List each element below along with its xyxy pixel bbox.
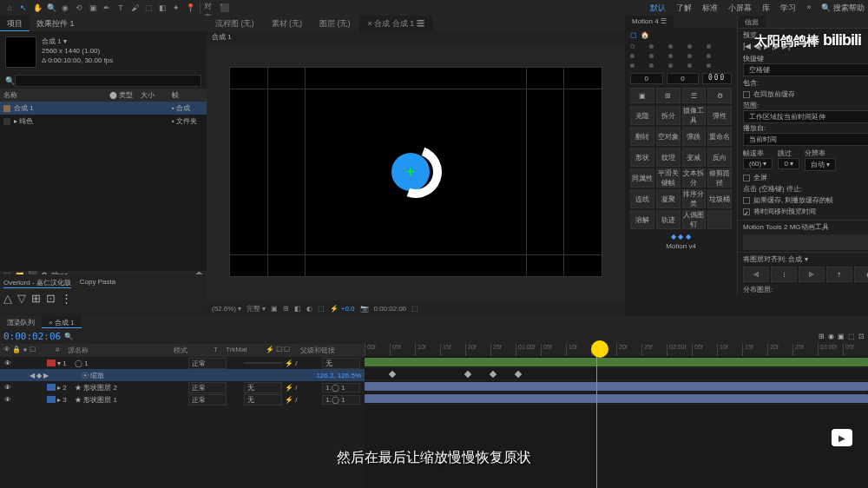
tl-icon-2[interactable]: ◉ <box>828 333 834 340</box>
m4-rename[interactable]: 重命名 <box>707 127 732 146</box>
current-timecode[interactable]: 0:00:02:06 <box>3 331 61 342</box>
workspace-small[interactable]: 小屏幕 <box>728 3 752 14</box>
cb-fullscreen[interactable] <box>743 175 750 181</box>
rotate-tool[interactable]: ⟲ <box>73 2 85 14</box>
m4-camera[interactable]: 摄像工具 <box>682 106 707 125</box>
vp-icon-1[interactable]: ▣ <box>271 305 278 313</box>
tl-icon-1[interactable]: ⊞ <box>819 333 825 340</box>
anchor-grid[interactable] <box>630 44 732 68</box>
tab-render-queue[interactable]: 渲染队列 <box>0 316 42 328</box>
search-icon[interactable]: 🔍 搜索帮助 <box>821 3 865 14</box>
anchor-point-icon[interactable] <box>407 168 414 175</box>
m4-same[interactable]: 同属性 <box>630 168 654 188</box>
tl-icon-3[interactable]: ▣ <box>838 333 845 340</box>
m4-timecode[interactable]: 000 <box>702 73 732 84</box>
vp-icon-2[interactable]: ⊞ <box>283 305 289 313</box>
keyframe[interactable] <box>389 371 396 378</box>
brush-tool[interactable]: 🖌 <box>128 2 141 14</box>
m4-reverse[interactable]: 反向 <box>707 148 732 167</box>
time-ruler[interactable]: 00f05f10f15f20f25f01:00f05f10f15f20f25f0… <box>365 344 868 356</box>
workspace-learn[interactable]: 了解 <box>676 3 692 14</box>
workspace-lib[interactable]: 库 <box>762 3 770 14</box>
home-icon[interactable]: ⌂ <box>3 2 16 14</box>
m4-cluster[interactable]: 凝聚 <box>656 189 681 208</box>
m4-num-2[interactable]: 0 <box>667 73 700 84</box>
viewport[interactable] <box>207 43 625 300</box>
tab-flowchart[interactable]: 流程图 (无) <box>207 16 263 31</box>
skip-dropdown[interactable]: 0 ▾ <box>778 158 799 169</box>
layer-1[interactable]: 👁 ▾ 1 ◯ 1 正常 ⚡ / 无 <box>0 357 365 369</box>
tab-timeline-comp[interactable]: × 合成 1 <box>42 316 82 328</box>
m4-reduce[interactable]: 变减 <box>682 148 707 167</box>
ol-icon-1[interactable]: △ <box>3 292 12 305</box>
m4-btn-d[interactable]: ⚙ <box>707 88 732 103</box>
workspace-more[interactable]: » <box>806 3 811 14</box>
m4-shape[interactable]: 形状 <box>630 148 654 167</box>
tab-footage[interactable]: 素材 (无) <box>263 16 312 31</box>
comp-nav[interactable]: 合成 1 <box>207 31 625 43</box>
pen-tool[interactable]: ✒ <box>101 2 113 14</box>
m4-elastic[interactable]: 弹性 <box>707 106 732 125</box>
vp-icon-4[interactable]: ◐ <box>306 305 312 313</box>
tl-icon-5[interactable]: ⊡ <box>858 333 865 340</box>
m4-null[interactable]: 空对象 <box>656 127 681 146</box>
m4-home-icon[interactable]: 🏠 <box>641 31 649 39</box>
clone-tool[interactable]: ⬚ <box>142 2 155 14</box>
keyframe[interactable] <box>515 371 522 378</box>
puppet-tool[interactable]: 📍 <box>184 2 196 14</box>
quality-dropdown[interactable]: 完整 ▾ <box>247 304 266 313</box>
m4-trim[interactable]: 修剪路径 <box>707 168 732 188</box>
align-c[interactable]: ⫶ <box>771 267 797 282</box>
m4-num-1[interactable]: 0 <box>630 73 663 84</box>
tl-icon-4[interactable]: ⬚ <box>848 333 855 340</box>
m4-smooth[interactable]: 平滑关键帧 <box>656 168 681 188</box>
m4-dissolve[interactable]: 溶解 <box>630 210 654 229</box>
fill-icon[interactable]: ⬛ <box>218 2 230 14</box>
align-r[interactable]: ⫸ <box>799 267 825 282</box>
vp-icon-3[interactable]: ◧ <box>294 305 301 313</box>
tl-search-icon[interactable]: 🔍 <box>64 333 73 340</box>
shape-layer[interactable] <box>390 146 442 198</box>
tab-overlord[interactable]: Overlord - 嘉仁汉化版 <box>3 278 71 288</box>
m4-empty[interactable] <box>707 210 732 229</box>
fps-dropdown[interactable]: (60) ▾ <box>743 158 773 169</box>
m4-textsplit[interactable]: 文本拆分 <box>682 168 707 188</box>
m4-btn-c[interactable]: ☰ <box>682 88 707 103</box>
m4-sort[interactable]: 排序分类 <box>682 189 707 208</box>
project-search-input[interactable] <box>15 75 201 87</box>
workspace-default[interactable]: 默认 <box>650 3 666 14</box>
keyframe[interactable] <box>464 371 471 378</box>
tab-composition[interactable]: × 合成 合成 1 ☰ <box>359 16 433 31</box>
m4-split[interactable]: 拆分 <box>656 106 681 125</box>
eraser-tool[interactable]: ◧ <box>156 2 168 14</box>
res-dropdown[interactable]: 自动 ▾ <box>805 158 836 171</box>
vp-timecode[interactable]: 0:00:02:06 <box>374 305 407 313</box>
cb-move-time[interactable] <box>743 208 750 215</box>
align-label[interactable]: 将图层对齐到: 合成 ▾ <box>743 254 868 264</box>
composition-canvas[interactable] <box>229 67 602 277</box>
exposure-icon[interactable]: ⚡ +0.0 <box>330 305 354 313</box>
m4-texture[interactable]: 纹理 <box>656 148 681 167</box>
m4-flip[interactable]: 翻转 <box>630 127 654 146</box>
marker-yellow[interactable] <box>591 340 608 358</box>
m4-trash[interactable]: 垃圾桶 <box>707 189 732 208</box>
snap-toggle[interactable]: ☐ 对齐 <box>204 2 216 14</box>
align-t[interactable]: ⫯ <box>826 267 852 282</box>
camera-tool[interactable]: ▣ <box>87 2 99 14</box>
hand-tool[interactable]: ✋ <box>31 2 43 14</box>
ol-icon-4[interactable]: ⊡ <box>46 292 56 305</box>
cb-cache[interactable] <box>743 91 750 98</box>
align-l[interactable]: ⫷ <box>743 267 769 282</box>
layer-3[interactable]: 👁 ▸ 3 ★ 形状图层 1 正常 无 ⚡ / 1.◯ 1 <box>0 393 365 406</box>
m4-trail[interactable]: 轨迹 <box>656 210 681 229</box>
m4-mode-icon[interactable]: ▢ <box>630 31 637 39</box>
roto-tool[interactable]: ✦ <box>170 2 182 14</box>
tab-effect-controls[interactable]: 效果控件 1 <box>30 16 82 31</box>
mt2-bar[interactable] <box>743 234 868 250</box>
tab-project[interactable]: 项目 <box>0 16 30 31</box>
ol-icon-5[interactable]: ⋮ <box>61 292 72 305</box>
m4-clone[interactable]: 克隆 <box>630 106 654 125</box>
m4-btn-b[interactable]: ⊞ <box>656 88 681 103</box>
select-tool[interactable]: ↖ <box>17 2 30 14</box>
comp-thumbnail[interactable] <box>5 36 36 68</box>
